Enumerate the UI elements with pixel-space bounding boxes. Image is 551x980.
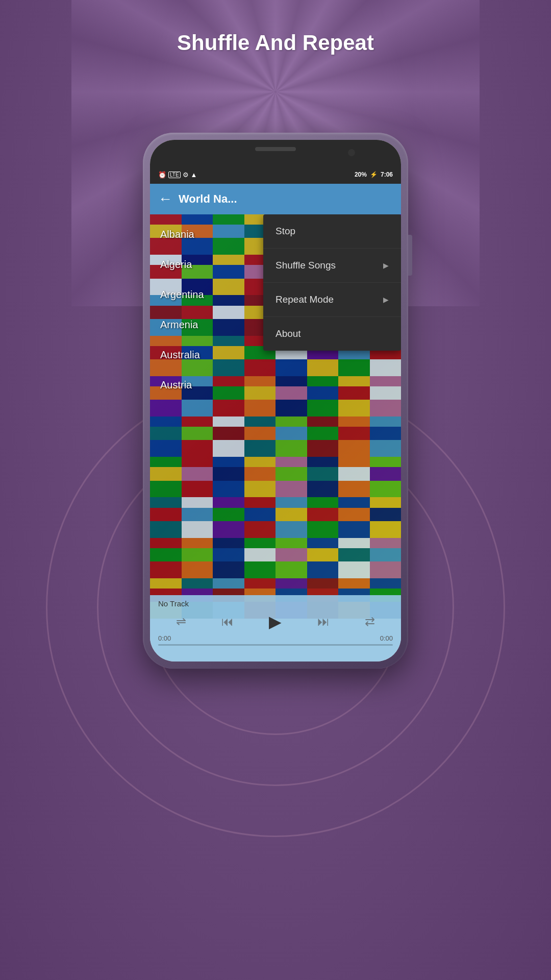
chevron-right-icon: ▶ — [383, 261, 389, 270]
settings-icon: ⚙ — [183, 171, 189, 179]
flag-cell — [307, 457, 339, 497]
signal-icon: ▲ — [191, 171, 197, 179]
flag-cell — [182, 457, 213, 497]
flag-cell — [307, 497, 339, 537]
repeat-button[interactable]: ⇄ — [365, 615, 375, 629]
front-camera — [348, 149, 355, 156]
alarm-icon: ⏰ — [158, 171, 166, 179]
content-area: Albania Algeria Argentina Armenia Austra… — [150, 214, 401, 619]
chevron-right-icon: ▶ — [383, 296, 389, 304]
flag-cell — [276, 497, 307, 537]
speaker — [255, 147, 296, 151]
notch-bar — [150, 140, 401, 165]
flag-cell — [150, 538, 182, 578]
battery-icon: ⚡ — [370, 171, 378, 178]
status-bar: ⏰ LTE ⚙ ▲ 20% ⚡ 7:06 — [150, 165, 401, 184]
phone-device: ⏰ LTE ⚙ ▲ 20% ⚡ 7:06 ← World Na... — [143, 133, 408, 669]
clock: 7:06 — [381, 171, 393, 178]
flag-cell — [370, 497, 402, 537]
flag-cell — [182, 538, 213, 578]
track-name: No Track — [158, 599, 393, 608]
flag-cell — [370, 416, 402, 457]
flag-cell — [150, 497, 182, 537]
menu-item-about[interactable]: About — [263, 317, 401, 351]
player-controls: ⇌ ⏮ ▶ ⏭ ⇄ — [158, 610, 393, 633]
flag-cell — [244, 416, 276, 457]
dropdown-menu: Stop Shuffle Songs ▶ Repeat Mode ▶ About — [263, 214, 401, 351]
flag-cell — [338, 416, 370, 457]
flag-cell — [213, 497, 244, 537]
flag-cell — [307, 538, 339, 578]
page-title: Shuffle And Repeat — [0, 31, 551, 55]
next-button[interactable]: ⏭ — [317, 615, 330, 629]
lte-badge: LTE — [168, 172, 181, 178]
country-item-austria[interactable]: Austria — [150, 370, 401, 400]
flag-cell — [244, 497, 276, 537]
flag-cell — [370, 457, 402, 497]
flag-cell — [338, 457, 370, 497]
flag-cell — [338, 538, 370, 578]
player-bar: No Track ⇌ ⏮ ▶ ⏭ ⇄ 0:00 0:00 — [150, 595, 401, 662]
back-button[interactable]: ← — [158, 191, 172, 207]
flag-cell — [182, 416, 213, 457]
flag-cell — [276, 416, 307, 457]
flag-cell — [213, 457, 244, 497]
time-start: 0:00 — [158, 634, 171, 642]
flag-cell — [244, 457, 276, 497]
app-bar: ← World Na... — [150, 184, 401, 214]
flag-cell — [150, 416, 182, 457]
flag-cell — [244, 538, 276, 578]
menu-item-stop[interactable]: Stop — [263, 214, 401, 249]
phone-screen: ⏰ LTE ⚙ ▲ 20% ⚡ 7:06 ← World Na... — [150, 140, 401, 662]
flag-cell — [276, 538, 307, 578]
flag-cell — [213, 538, 244, 578]
time-row: 0:00 0:00 — [158, 634, 393, 642]
time-end: 0:00 — [380, 634, 393, 642]
app-bar-title: World Na... — [179, 192, 237, 206]
menu-item-repeat-mode[interactable]: Repeat Mode ▶ — [263, 283, 401, 317]
flag-cell — [307, 416, 339, 457]
battery-text: 20% — [355, 171, 367, 178]
flag-cell — [213, 416, 244, 457]
flag-cell — [338, 497, 370, 537]
flag-cell — [150, 457, 182, 497]
menu-item-shuffle-songs[interactable]: Shuffle Songs ▶ — [263, 249, 401, 283]
prev-button[interactable]: ⏮ — [221, 615, 234, 629]
progress-bar[interactable] — [158, 644, 393, 646]
phone-frame: ⏰ LTE ⚙ ▲ 20% ⚡ 7:06 ← World Na... — [143, 133, 408, 669]
play-button[interactable]: ▶ — [269, 612, 282, 631]
shuffle-button[interactable]: ⇌ — [176, 615, 186, 629]
flag-cell — [182, 497, 213, 537]
flag-cell — [370, 538, 402, 578]
status-right-info: 20% ⚡ 7:06 — [355, 171, 393, 178]
status-left-icons: ⏰ LTE ⚙ ▲ — [158, 171, 197, 179]
flag-cell — [276, 457, 307, 497]
